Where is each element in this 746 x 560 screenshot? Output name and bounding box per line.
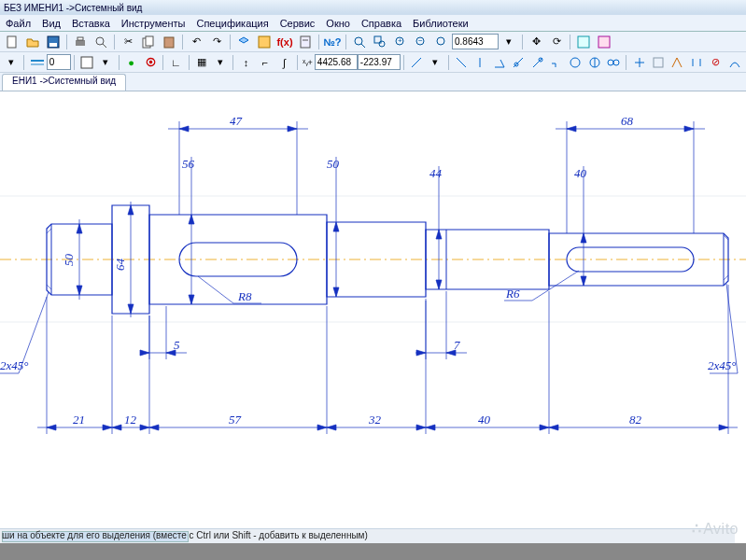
tool-4-icon[interactable]	[510, 54, 527, 71]
svg-marker-98	[327, 425, 336, 430]
copy-icon[interactable]	[139, 34, 158, 50]
zoom-in-icon[interactable]: +	[391, 34, 410, 50]
svg-marker-78	[581, 233, 586, 243]
coord-y-input[interactable]	[358, 54, 401, 70]
coord-label: ᵡᵧ+	[301, 58, 315, 67]
menu-view[interactable]: Вид	[36, 17, 66, 30]
line-tool-icon[interactable]	[408, 54, 425, 71]
svg-point-37	[608, 60, 613, 65]
tool-13-icon[interactable]	[688, 54, 705, 71]
help-icon[interactable]: №?	[323, 34, 342, 50]
dim-icon[interactable]: ↕	[237, 54, 254, 71]
tool-11-icon[interactable]	[650, 54, 667, 71]
snap-icon[interactable]: ⦿	[142, 54, 159, 71]
svg-rect-4	[77, 37, 83, 40]
tool-10-icon[interactable]	[630, 54, 647, 71]
ortho2-icon[interactable]: ⌐	[257, 54, 274, 71]
tool-5-icon[interactable]	[528, 54, 545, 71]
layers-icon[interactable]	[234, 34, 253, 50]
menu-help[interactable]: Справка	[356, 17, 407, 30]
pan-icon[interactable]: ✥	[527, 34, 545, 50]
zoom-window-icon[interactable]	[371, 34, 389, 50]
dim-68: 68	[621, 114, 634, 128]
svg-marker-97	[317, 425, 327, 430]
zoom-fit-icon[interactable]	[350, 34, 369, 50]
view1-icon[interactable]	[574, 34, 593, 50]
grid-icon[interactable]: ▦	[193, 54, 210, 71]
tool-1-icon[interactable]	[453, 54, 470, 71]
svg-marker-69	[189, 215, 194, 224]
tool-6-icon[interactable]	[548, 54, 565, 71]
zoom-out-icon[interactable]: −	[412, 34, 430, 50]
menu-libs[interactable]: Библиотеки	[407, 17, 474, 30]
linetype-dropdown[interactable]: ▾	[3, 54, 20, 71]
svg-marker-92	[47, 425, 56, 430]
svg-marker-103	[719, 425, 728, 430]
status-hint: ши на объекте для его выделения (вместе …	[2, 530, 368, 543]
paste-icon[interactable]	[160, 34, 178, 50]
calc-icon[interactable]	[296, 34, 315, 50]
view2-icon[interactable]	[595, 34, 613, 50]
menu-tools[interactable]: Инструменты	[116, 17, 191, 30]
svg-marker-66	[128, 205, 134, 215]
tool-14-icon[interactable]: ⊘	[707, 54, 724, 71]
svg-marker-63	[77, 224, 82, 233]
tool-3-icon[interactable]	[490, 54, 507, 71]
zoom-dropdown-icon[interactable]: ▾	[500, 34, 518, 50]
drawing-canvas[interactable]: 47 68 50 64 56 50 44 40	[0, 93, 746, 528]
line-tool-dropdown[interactable]: ▾	[427, 54, 443, 71]
style-number-input[interactable]	[47, 54, 71, 70]
dim-d64: 64	[113, 259, 127, 272]
tool-12-icon[interactable]	[669, 54, 685, 71]
redo-icon[interactable]: ↷	[207, 34, 226, 50]
style-icon[interactable]	[28, 54, 45, 71]
preview-icon[interactable]	[91, 34, 110, 50]
color-dropdown[interactable]: ▾	[97, 54, 114, 71]
rotate-icon[interactable]: ⟳	[547, 34, 566, 50]
tool-9-icon[interactable]	[605, 54, 622, 71]
svg-rect-26	[81, 57, 92, 68]
open-icon[interactable]	[23, 34, 42, 50]
svg-point-13	[355, 37, 362, 45]
svg-rect-10	[259, 36, 270, 48]
svg-marker-60	[567, 126, 576, 132]
svg-line-48	[47, 229, 51, 233]
new-icon[interactable]	[3, 34, 21, 50]
menu-file[interactable]: Файл	[0, 17, 36, 30]
svg-marker-76	[436, 280, 442, 289]
menu-insert[interactable]: Вставка	[66, 17, 116, 30]
undo-icon[interactable]: ↶	[187, 34, 205, 50]
tool-2-icon[interactable]	[472, 54, 488, 71]
cut-icon[interactable]: ✂	[119, 34, 137, 50]
coord-x-input[interactable]	[315, 54, 358, 70]
free-icon[interactable]: ∫	[275, 54, 292, 71]
dim-chamfer-l: 2x45°	[0, 358, 28, 372]
color-icon[interactable]	[78, 54, 95, 71]
svg-rect-11	[301, 36, 310, 48]
tool-8-icon[interactable]	[586, 54, 603, 71]
menu-window[interactable]: Окно	[320, 17, 356, 30]
dim-57: 57	[229, 413, 242, 427]
grid-dropdown[interactable]: ▾	[212, 54, 229, 71]
tool-15-icon[interactable]	[726, 54, 743, 71]
zoom-prev-icon[interactable]	[432, 34, 451, 50]
svg-marker-70	[189, 295, 194, 304]
tool-7-icon[interactable]	[567, 54, 584, 71]
fx-icon[interactable]: f(x)	[275, 34, 294, 50]
watermark: ∴ Avito	[692, 520, 739, 538]
ortho-icon[interactable]: ∟	[167, 54, 184, 71]
svg-marker-107	[140, 350, 149, 356]
dim-7: 7	[454, 338, 460, 352]
print-icon[interactable]	[71, 34, 90, 50]
dim-82: 82	[629, 413, 642, 427]
menu-spec[interactable]: Спецификация	[190, 17, 274, 30]
menu-service[interactable]: Сервис	[274, 17, 321, 30]
svg-marker-101	[540, 425, 549, 430]
zoom-input[interactable]	[452, 34, 499, 49]
dim-r8: R8	[237, 289, 252, 303]
settings-icon[interactable]	[255, 34, 274, 50]
check-icon[interactable]: ●	[122, 54, 139, 71]
svg-marker-94	[112, 425, 121, 430]
save-icon[interactable]	[44, 34, 63, 50]
tab-doc1[interactable]: ЕНИ1 ->Системный вид	[2, 74, 126, 91]
